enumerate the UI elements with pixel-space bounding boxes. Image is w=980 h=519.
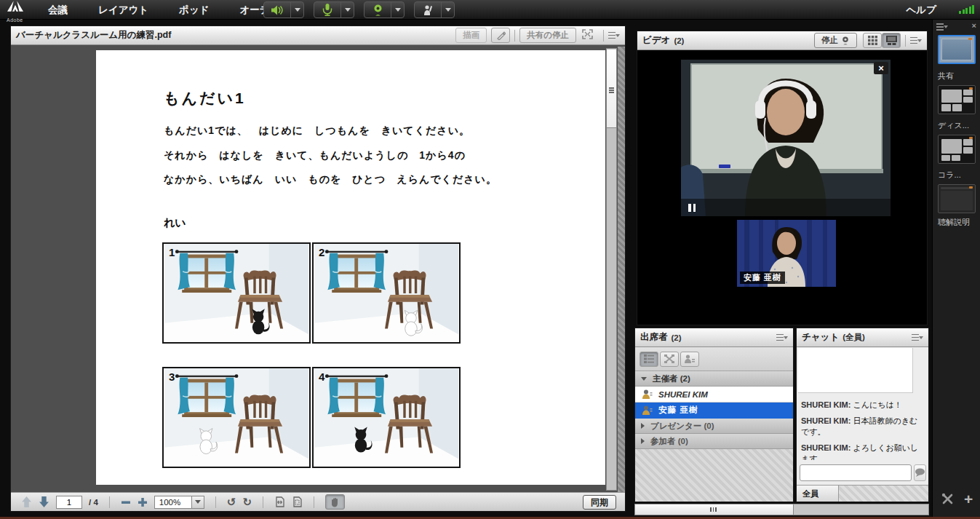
attendee-row-ando-aki[interactable]: 安藤 亜樹: [635, 403, 793, 419]
attendees-toolbar: [635, 347, 793, 371]
chat-pod-menu-icon[interactable]: [912, 333, 923, 342]
layout-thumb-listening[interactable]: [938, 184, 976, 213]
list-view-icon: [644, 354, 654, 363]
layout-thumb-collaboration[interactable]: [938, 135, 976, 164]
participants-section-row[interactable]: 参加者 (0): [635, 434, 793, 449]
participants-section-label: 参加者 (0): [650, 436, 688, 447]
webcam-button[interactable]: [364, 2, 391, 17]
presenters-section-label: プレゼンター (0): [650, 421, 714, 432]
chat-send-button[interactable]: [914, 464, 926, 481]
chat-tab-everyone[interactable]: 全員: [797, 486, 839, 502]
sidebar-topbar: ×: [933, 21, 980, 33]
document-vertical-scrollbar[interactable]: [606, 48, 617, 491]
chat-message-input[interactable]: [800, 464, 912, 481]
add-pod-plus-icon[interactable]: +: [964, 491, 973, 507]
video-count: (2): [674, 36, 684, 45]
speaker-button[interactable]: [264, 2, 291, 17]
layout-dot: [969, 87, 973, 90]
document-canvas: もんだい1 もんだい1では、 はじめに しつもんを きいてください。 それから …: [11, 47, 625, 492]
chat-pod: チャット (全員) SHUREI KIM: こんにちは！ SHUREI KIM:…: [796, 328, 929, 502]
collapse-icon: [641, 377, 647, 381]
filmstrip-view-button[interactable]: [882, 33, 901, 48]
chat-message: SHUREI KIM: よろしくお願いします: [801, 443, 925, 460]
raise-hand-button[interactable]: [415, 2, 442, 17]
attendee-status-view-button[interactable]: [680, 352, 699, 367]
chat-message: SHUREI KIM: こんにちは！: [801, 400, 925, 411]
layout-dot: [968, 38, 972, 40]
attendee-list-view-button[interactable]: [640, 352, 658, 367]
status-view-icon: [685, 354, 695, 364]
layout-label-listening: 聴解説明: [933, 217, 980, 228]
chat-sender: SHUREI KIM:: [801, 400, 850, 409]
layout-thumb-share[interactable]: [938, 35, 976, 64]
share-pod-menu-icon[interactable]: [608, 31, 620, 40]
fullscreen-button[interactable]: [582, 29, 593, 42]
presenters-section-row[interactable]: プレゼンター (0): [635, 419, 793, 434]
fullscreen-icon: [582, 29, 593, 39]
attendees-count: (2): [672, 333, 682, 342]
zoom-in-button[interactable]: [138, 497, 148, 507]
layout-dot: [969, 137, 973, 139]
close-video-button[interactable]: ×: [874, 62, 888, 74]
menu-layout[interactable]: レイアウト: [94, 4, 153, 17]
participant-name-tag: 安藤 亜樹: [740, 272, 785, 284]
host-icon: [642, 405, 653, 416]
attendees-pod-menu-icon[interactable]: [776, 333, 788, 342]
stop-webcam-button[interactable]: 停止: [814, 33, 857, 48]
page-number-input[interactable]: [56, 496, 82, 509]
pan-tool-button[interactable]: [325, 494, 345, 510]
panel-number: 1: [169, 246, 175, 258]
pause-icon[interactable]: [688, 204, 696, 212]
fit-width-button[interactable]: [274, 496, 285, 507]
shared-document-title: バーチャルクラスルーム用の練習.pdf: [16, 29, 171, 41]
rotate-right-button[interactable]: ↻: [242, 496, 252, 507]
breakout-view-button[interactable]: [660, 352, 679, 367]
panel-number: 3: [169, 371, 175, 383]
chat-text: こんにちは！: [850, 400, 901, 409]
menu-pods[interactable]: ポッド: [175, 4, 213, 17]
vertical-scroll-thumb[interactable]: [607, 49, 616, 128]
draw-button[interactable]: 描画: [455, 28, 487, 43]
annotation-pen-button[interactable]: [491, 28, 510, 43]
answer-panel-3: 3: [162, 367, 311, 468]
sidebar-tools: +: [933, 491, 980, 507]
webcam-dropdown[interactable]: [391, 2, 404, 17]
mic-control: [314, 1, 354, 18]
chat-pod-header: チャット (全員): [797, 328, 928, 347]
document-toolbar: / 4 100% ↺ ↻: [11, 492, 625, 511]
zoom-out-button[interactable]: [121, 497, 131, 507]
attendee-name: SHUREI KIM: [658, 390, 708, 399]
sync-button[interactable]: 同期: [583, 495, 616, 510]
previous-page-button[interactable]: [21, 496, 32, 507]
zoom-dropdown-icon[interactable]: [192, 496, 204, 509]
rotate-left-button[interactable]: ↺: [227, 496, 236, 507]
video-pod-title: ビデオ: [642, 34, 670, 47]
zoom-level-select[interactable]: 100%: [154, 496, 204, 509]
hosts-section-row[interactable]: 主催者 (2): [635, 371, 793, 387]
chat-scope: (全員): [842, 332, 865, 343]
grid-view-button[interactable]: [863, 33, 882, 48]
menu-help[interactable]: ヘルプ: [907, 4, 936, 17]
menu-meeting[interactable]: 会議: [44, 4, 72, 17]
pdf-heading: もんだい1: [164, 88, 246, 108]
sidebar-close-icon[interactable]: ×: [972, 21, 976, 30]
fit-page-button[interactable]: [292, 496, 303, 507]
adobe-logo[interactable]: Adobe: [3, 1, 42, 20]
stop-sharing-button[interactable]: 共有の停止: [519, 28, 576, 43]
raise-hand-icon: [422, 4, 434, 16]
speaker-dropdown[interactable]: [291, 2, 303, 17]
next-page-button[interactable]: [39, 496, 49, 507]
sidebar-menu-icon[interactable]: [936, 23, 948, 31]
video-pod-menu-icon[interactable]: [910, 36, 922, 45]
chat-title: チャット: [802, 331, 839, 344]
mic-dropdown[interactable]: [341, 2, 354, 17]
pdf-text-line: もんだい1では、 はじめに しつもんを きいてください。: [164, 124, 470, 138]
attendee-row-shurei-kim[interactable]: SHUREI KIM: [635, 387, 793, 403]
status-dropdown[interactable]: [442, 2, 454, 17]
pods-horizontal-scrollbar[interactable]: [634, 504, 929, 515]
horizontal-scroll-thumb[interactable]: [635, 504, 794, 515]
adobe-logo-icon: [7, 1, 23, 12]
pod-options-wrench-icon[interactable]: [941, 493, 954, 505]
layout-thumb-discussion[interactable]: [938, 85, 976, 114]
mic-button[interactable]: [314, 2, 341, 17]
